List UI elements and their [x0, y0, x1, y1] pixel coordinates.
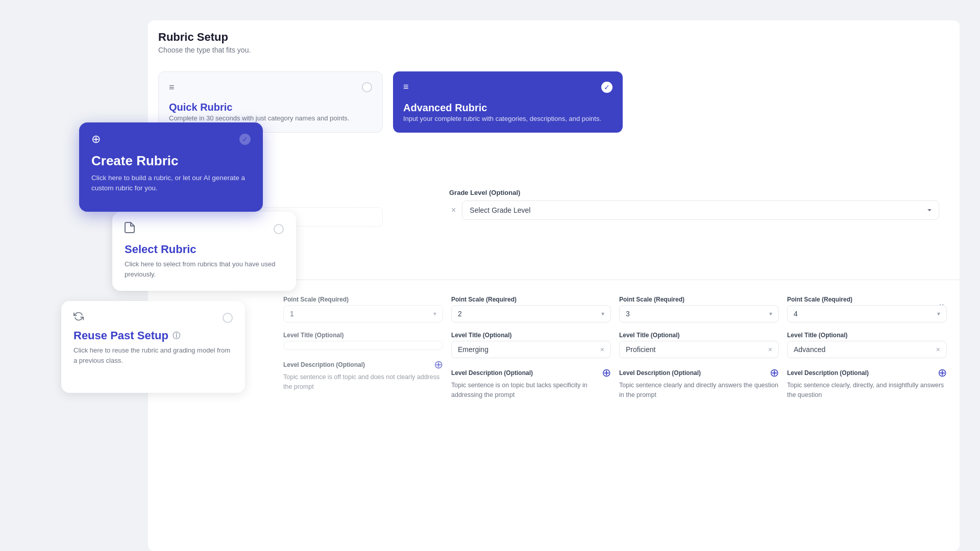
quick-rubric-name: Quick Rubric [169, 102, 372, 113]
advanced-rubric-check: ✓ [601, 82, 612, 93]
ps-dropdown-1[interactable]: 2 ▾ [451, 305, 611, 322]
level-title-proficient: Proficient [626, 345, 655, 354]
menu-lines-icon-adv: ≡ [403, 82, 409, 92]
create-rubric-title: Create Rubric [91, 153, 251, 169]
page-title: Rubric Setup [158, 31, 251, 44]
advanced-rubric-card[interactable]: ≡ ✓ Advanced Rubric Input your complete … [393, 71, 623, 133]
reuse-card-header [74, 311, 233, 324]
select-rubric-radio[interactable] [274, 224, 284, 234]
close-advanced-button[interactable]: × [936, 346, 940, 353]
ps-label-3: Point Scale (Required) [787, 296, 947, 303]
info-icon: ⓘ [173, 331, 180, 341]
file-icon [125, 222, 135, 236]
level-column-2: Point Scale (Required) 3 ▾ Level Title (… [619, 296, 779, 531]
reuse-title: Reuse Past Setup ⓘ [74, 329, 233, 342]
level-title-emerging: Emerging [458, 345, 488, 354]
select-rubric-card-header [125, 222, 284, 236]
add-desc-button-2[interactable]: ⊕ [770, 367, 779, 379]
create-rubric-card-header: ⊕ ✓ [91, 133, 251, 146]
select-rubric-card[interactable]: Select Rubric Click here to select from … [112, 212, 296, 291]
chevron-icon-3: ▾ [937, 310, 940, 317]
grade-level-clear-button[interactable]: × [449, 204, 458, 217]
advanced-rubric-desc: Input your complete rubric with categori… [403, 115, 612, 122]
level-column-1: Point Scale (Required) 2 ▾ Level Title (… [451, 296, 611, 531]
level-column-3: Point Scale (Required) 4 ▾ Level Title (… [787, 296, 947, 531]
add-desc-button-3[interactable]: ⊕ [938, 367, 947, 379]
advanced-rubric-name: Advanced Rubric [403, 102, 612, 114]
reuse-past-card[interactable]: Reuse Past Setup ⓘ Click here to reuse t… [61, 301, 245, 393]
levels-table: Point Scale (Required) 1 ▾ Level Title (… [283, 296, 947, 531]
ps-dropdown-2[interactable]: 3 ▾ [619, 305, 779, 322]
chevron-icon-2: ▾ [769, 310, 772, 317]
ps-label-0: Point Scale (Required) [283, 296, 443, 303]
cycle-icon [74, 311, 84, 324]
reuse-desc: Click here to reuse the rubric and gradi… [74, 345, 233, 365]
ps-dropdown-3[interactable]: 4 ▾ [787, 305, 947, 322]
menu-lines-icon: ≡ [169, 82, 175, 93]
ps-dropdown-0: 1 ▾ [283, 305, 443, 322]
ps-label-2: Point Scale (Required) [619, 296, 779, 303]
quick-rubric-desc: Complete in 30 seconds with just categor… [169, 114, 372, 122]
chevron-icon-0: ▾ [433, 310, 436, 317]
create-rubric-desc: Click here to build a rubric, or let our… [91, 173, 251, 194]
level-title-advanced: Advanced [794, 345, 825, 354]
ps-label-1: Point Scale (Required) [451, 296, 611, 303]
grade-level-section: Grade Level (Optional) × Select Grade Le… [449, 189, 939, 220]
select-rubric-desc: Click here to select from rubrics that y… [125, 259, 284, 279]
advanced-rubric-header: ≡ ✓ [403, 82, 612, 93]
rubric-setup-header: Rubric Setup Choose the type that fits y… [158, 31, 251, 54]
chevron-icon-1: ▾ [601, 310, 604, 317]
main-container: Rubric Setup Choose the type that fits y… [0, 0, 980, 551]
grade-level-select[interactable]: Select Grade Level Elementary Middle Sch… [462, 201, 939, 220]
close-proficient-button[interactable]: × [768, 346, 772, 353]
page-subtitle: Choose the type that fits you. [158, 46, 251, 54]
add-desc-button-0[interactable]: ⊕ [434, 359, 443, 370]
grade-level-row: × Select Grade Level Elementary Middle S… [449, 201, 939, 220]
select-rubric-title: Select Rubric [125, 243, 284, 256]
create-rubric-card[interactable]: ⊕ ✓ Create Rubric Click here to build a … [79, 122, 263, 212]
reuse-radio[interactable] [223, 313, 233, 323]
grade-level-label: Grade Level (Optional) [449, 189, 939, 196]
add-desc-button-1[interactable]: ⊕ [602, 367, 611, 379]
level-column-0: Point Scale (Required) 1 ▾ Level Title (… [283, 296, 443, 531]
quick-rubric-radio[interactable] [362, 82, 372, 92]
create-rubric-check: ✓ [239, 134, 251, 145]
plus-circle-icon: ⊕ [91, 133, 101, 146]
close-emerging-button[interactable]: × [600, 346, 604, 353]
quick-rubric-header: ≡ [169, 82, 372, 93]
